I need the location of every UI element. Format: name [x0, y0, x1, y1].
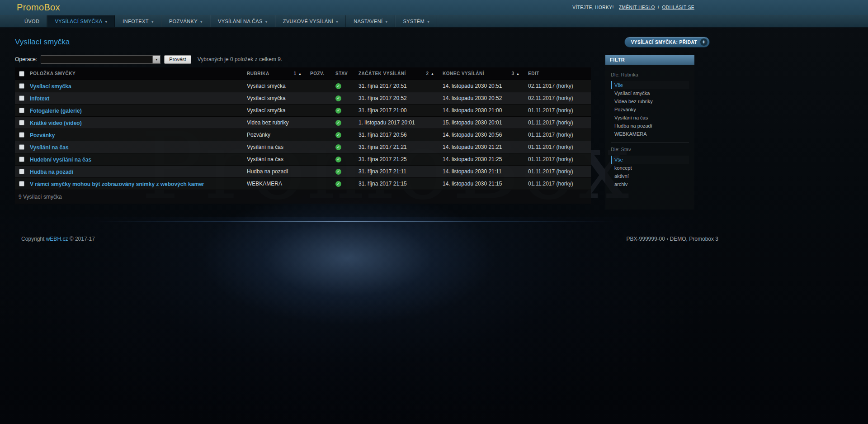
filter-item[interactable]: Videa bez rubriky: [611, 97, 689, 105]
nav-item[interactable]: NASTAVENÍ: [346, 15, 395, 27]
col-header-rubrika: RUBRIKA 1: [247, 71, 310, 76]
filter-sidebar: FILTR Dle: Rubrika VšeVysílací smyčkaVid…: [605, 55, 694, 210]
sort-control-end[interactable]: 3: [512, 71, 520, 76]
status-active-icon: [335, 83, 341, 89]
row-checkbox[interactable]: [19, 132, 24, 138]
link-separator: /: [658, 5, 659, 10]
row-start: 31. října 2017 20:51: [359, 83, 443, 89]
chevron-down-icon: [200, 19, 203, 24]
chevron-down-icon: [151, 19, 154, 24]
row-start: 31. října 2017 21:21: [359, 144, 443, 150]
chevron-down-icon: [427, 19, 429, 24]
selection-info: Vybraných je 0 položek z celkem 9.: [198, 56, 283, 62]
col-header-polozka: POLOŽKA SMYČKY: [28, 71, 247, 76]
change-password-link[interactable]: ZMĚNIT HESLO: [619, 5, 655, 10]
row-item-link[interactable]: V rámci smyčky mohou být zobrazovány sní…: [30, 181, 204, 187]
filter-item[interactable]: Vysílací smyčka: [611, 89, 689, 97]
row-edit: 01.11.2017 (horky): [528, 181, 591, 187]
filter-item[interactable]: Pozvánky: [611, 105, 689, 114]
row-checkbox[interactable]: [19, 108, 24, 113]
nav-item[interactable]: INFOTEXT: [115, 15, 161, 27]
select-all-checkbox[interactable]: [19, 71, 24, 76]
chevron-down-icon: [336, 19, 338, 24]
row-end: 14. listopadu 2030 21:25: [443, 156, 528, 162]
row-start: 31. října 2017 21:15: [359, 181, 443, 187]
main-nav: ÚVOD VYSÍLACÍ SMYČKA INFOTEXT POZVÁNKY V…: [0, 15, 868, 28]
filter-sections: Dle: Rubrika VšeVysílací smyčkaVidea bez…: [605, 65, 694, 195]
filter-item[interactable]: Vše: [611, 156, 689, 164]
select-arrow-icon: [152, 56, 160, 63]
table-row: Pozvánky Pozvánky 31. října 2017 20:56 1…: [15, 129, 591, 141]
table-row: Fotogalerie (galerie) Vysílací smyčka 31…: [15, 105, 591, 117]
add-loop-item-button[interactable]: VYSÍLACÍ SMYČKA: PŘIDAT: [624, 37, 710, 48]
nav-item[interactable]: ZVUKOVÉ VYSÍLÁNÍ: [275, 15, 346, 27]
row-rubrika: Vysílací smyčka: [247, 95, 310, 101]
row-item-link[interactable]: Vysílací smyčka: [30, 83, 71, 90]
loop-items-table: POLOŽKA SMYČKY RUBRIKA 1 POZV. STAV ZAČÁ…: [15, 67, 591, 204]
execute-button[interactable]: Provést: [164, 55, 191, 64]
operation-select[interactable]: ---------: [41, 55, 160, 64]
status-active-icon: [335, 95, 341, 101]
table-row: Hudba na pozadí Hudba na pozadí 31. říjn…: [15, 166, 591, 178]
sort-control-rubrika[interactable]: 1: [294, 71, 302, 76]
row-checkbox[interactable]: [19, 144, 24, 150]
filter-section-title: Dle: Rubrika: [611, 72, 689, 77]
row-end: 14. listopadu 2030 20:56: [443, 132, 528, 138]
col-header-edit: EDIT: [528, 71, 591, 76]
row-checkbox[interactable]: [19, 120, 24, 125]
status-active-icon: [335, 144, 341, 150]
row-rubrika: Hudba na pozadí: [247, 168, 310, 175]
row-checkbox[interactable]: [19, 169, 24, 174]
filter-item[interactable]: Vysílání na čas: [611, 114, 689, 122]
row-item-link[interactable]: Krátké video (video): [30, 120, 82, 126]
license-info: PBX-999999-00 › DEMO, Promobox 3: [627, 236, 718, 242]
page-head: Vysílací smyčka VYSÍLACÍ SMYČKA: PŘIDAT: [15, 36, 710, 48]
row-item-link[interactable]: Fotogalerie (galerie): [30, 108, 82, 114]
nav-item[interactable]: SYSTÉM: [395, 15, 437, 27]
nav-item[interactable]: ÚVOD: [17, 15, 47, 27]
row-checkbox[interactable]: [19, 157, 24, 162]
filter-item[interactable]: koncept: [611, 164, 689, 172]
background-glow: [0, 217, 710, 424]
col-header-stav: STAV: [335, 71, 359, 76]
row-checkbox[interactable]: [19, 95, 24, 101]
nav-item[interactable]: VYSÍLACÍ SMYČKA: [47, 15, 115, 27]
nav-item[interactable]: VYSÍLÁNÍ NA ČAS: [210, 15, 275, 27]
nav-item-label: ZVUKOVÉ VYSÍLÁNÍ: [283, 19, 334, 24]
logout-link[interactable]: ODHLÁSIT SE: [662, 5, 694, 10]
row-item-link[interactable]: Vysílání na čas: [30, 144, 69, 151]
operation-label: Operace:: [15, 56, 37, 62]
webh-link[interactable]: wEBH.cz: [46, 236, 68, 242]
filter-item[interactable]: Vše: [611, 81, 689, 89]
filter-items: Všekonceptaktivníarchiv: [611, 156, 689, 188]
row-rubrika: WEBKAMERA: [247, 181, 310, 187]
row-end: 14. listopadu 2030 21:15: [443, 181, 528, 187]
row-start: 1. listopadu 2017 20:01: [359, 119, 443, 126]
sort-control-start[interactable]: 2: [426, 71, 434, 76]
filter-section: Dle: Stav Všekonceptaktivníarchiv: [611, 143, 689, 188]
nav-item-label: ÚVOD: [24, 19, 39, 24]
row-end: 15. listopadu 2030 20:01: [443, 119, 528, 126]
filter-item[interactable]: Hudba na pozadí: [611, 122, 689, 130]
filter-section-title: Dle: Stav: [611, 147, 689, 152]
row-item-link[interactable]: Pozvánky: [30, 132, 55, 138]
row-checkbox[interactable]: [19, 181, 24, 186]
actions-toolbar: Operace: --------- Provést Vybraných je …: [15, 55, 591, 64]
nav-item[interactable]: POZVÁNKY: [161, 15, 210, 27]
plus-icon: [700, 38, 708, 46]
filter-item[interactable]: aktivní: [611, 172, 689, 180]
page-footer: Copyright wEBH.cz © 2017-17 PBX-999999-0…: [15, 236, 718, 242]
table-row: Krátké video (video) Videa bez rubriky 1…: [15, 117, 591, 129]
filter-item[interactable]: archiv: [611, 180, 689, 188]
row-checkbox[interactable]: [19, 83, 24, 89]
row-start: 31. října 2017 20:56: [359, 132, 443, 138]
row-item-link[interactable]: Infotext: [30, 95, 49, 102]
status-active-icon: [335, 181, 341, 187]
filter-section: Dle: Rubrika VšeVysílací smyčkaVidea bez…: [611, 72, 689, 138]
row-item-link[interactable]: Hudba na pozadí: [30, 169, 73, 175]
add-button-label: VYSÍLACÍ SMYČKA: PŘIDAT: [631, 40, 697, 45]
row-end: 14. listopadu 2030 20:51: [443, 83, 528, 89]
row-item-link[interactable]: Hudební vysílání na čas: [30, 157, 91, 163]
sort-asc-icon: [516, 71, 520, 76]
filter-item[interactable]: WEBKAMERA: [611, 130, 689, 138]
